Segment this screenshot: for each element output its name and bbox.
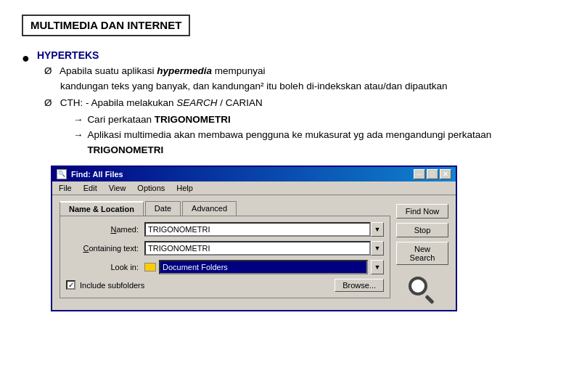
maximize-button[interactable]: □ <box>427 169 438 179</box>
minimize-button[interactable]: ─ <box>414 169 425 179</box>
arrow-item-1: Ø Apabila suatu aplikasi hypermedia memp… <box>44 64 544 94</box>
magnifier-circle <box>409 277 427 295</box>
named-input[interactable] <box>144 222 371 237</box>
tab-advanced[interactable]: Advanced <box>182 201 237 216</box>
folder-icon <box>144 263 156 271</box>
dialog-title: Find: All Files <box>71 170 123 179</box>
main-content: ● HYPERTEKS Ø Apabila suatu aplikasi hyp… <box>22 49 544 158</box>
form-row-lookin: Look in: Document Folders ▼ <box>66 260 384 274</box>
find-dialog: 🔍 Find: All Files ─ □ ✕ File Edit View O… <box>51 166 457 311</box>
search-italic: SEARCH <box>176 97 217 108</box>
arrow-text-1c: kandungan teks yang banyak, dan kandunga… <box>60 79 544 94</box>
tab-date[interactable]: Date <box>145 201 181 216</box>
text-block: HYPERTEKS Ø Apabila suatu aplikasi hyper… <box>37 49 544 158</box>
arrow-item-2: Ø CTH: - Apabila melakukan SEARCH / CARI… <box>44 96 544 111</box>
arrow-text-1b: mempunyai <box>212 65 266 76</box>
hypermedia-italic: hypermedia <box>157 65 212 76</box>
arrow-text-2a: CTH: - Apabila melakukan SEARCH / CARIAN <box>60 97 263 108</box>
menu-view[interactable]: View <box>107 183 128 193</box>
dialog-titlebar: 🔍 Find: All Files ─ □ ✕ <box>52 167 456 181</box>
sub-arrow-sym-1: → <box>73 113 83 128</box>
stop-button[interactable]: Stop <box>396 223 448 237</box>
close-button[interactable]: ✕ <box>440 169 451 179</box>
form-row-containing: Containing text: ▼ <box>66 241 384 256</box>
lookin-dropdown-btn[interactable]: ▼ <box>371 260 384 274</box>
bullet-point: ● <box>22 51 30 158</box>
magnifier-handle <box>424 294 434 303</box>
arrow-text-1a: Apabila suatu aplikasi <box>60 65 157 76</box>
tab-name-location[interactable]: Name & Location <box>60 201 144 216</box>
magnifier-icon <box>409 277 436 304</box>
named-label-text: N <box>110 225 116 234</box>
named-dropdown-btn[interactable]: ▼ <box>371 222 384 237</box>
titlebar-left: 🔍 Find: All Files <box>57 169 123 179</box>
lookin-select[interactable]: Document Folders <box>159 260 368 274</box>
dialog-right-buttons: Find Now Stop New Search <box>396 201 448 304</box>
sub-arrow-text-2: Aplikasi multimedia akan membawa penggun… <box>87 128 544 158</box>
dialog-left: Name & Location Date Advanced Named: ▼ <box>60 201 390 304</box>
menu-help[interactable]: Help <box>174 183 195 193</box>
containing-input-wrapper: ▼ <box>144 241 384 256</box>
menu-options[interactable]: Options <box>135 183 167 193</box>
menu-edit[interactable]: Edit <box>81 183 99 193</box>
form-row-named: Named: ▼ <box>66 222 384 237</box>
sub-arrow-2: → Aplikasi multimedia akan membawa pengg… <box>73 128 544 158</box>
include-subfolders-checkbox[interactable]: ✓ <box>66 280 75 290</box>
page-title: MULTIMEDIA DAN INTERNET <box>30 19 181 31</box>
arrow-prefix-1: Ø <box>44 65 57 76</box>
dialog-menubar: File Edit View Options Help <box>52 181 456 195</box>
named-label: Named: <box>66 225 139 234</box>
lookin-label: Look in: <box>66 263 139 271</box>
checkbox-row: ✓ Include subfolders Browse... <box>66 279 384 292</box>
tab-content: Named: ▼ Containing text: ▼ <box>60 216 390 298</box>
find-now-button[interactable]: Find Now <box>396 204 448 219</box>
sub-arrow-1: → Cari perkataan TRIGONOMETRI <box>73 113 544 128</box>
sub-arrow-text-1: Cari perkataan TRIGONOMETRI <box>87 113 230 128</box>
magnifier-area <box>396 277 448 304</box>
browse-button[interactable]: Browse... <box>335 279 384 292</box>
dialog-wrapper: 🔍 Find: All Files ─ □ ✕ File Edit View O… <box>51 166 457 311</box>
menu-file[interactable]: File <box>57 183 74 193</box>
lookin-input-wrapper: Document Folders ▼ <box>144 260 384 274</box>
titlebar-buttons: ─ □ ✕ <box>414 169 451 179</box>
tabs: Name & Location Date Advanced <box>60 201 390 216</box>
containing-input[interactable] <box>144 241 371 256</box>
named-input-wrapper: ▼ <box>144 222 384 237</box>
dialog-main: Name & Location Date Advanced Named: ▼ <box>60 201 448 304</box>
dialog-icon: 🔍 <box>57 169 67 179</box>
containing-dropdown-btn[interactable]: ▼ <box>371 241 384 256</box>
sub-arrow-sym-2: → <box>73 128 83 143</box>
arrow-prefix-2: Ø <box>44 97 57 108</box>
containing-label: Containing text: <box>66 244 139 253</box>
page-title-box: MULTIMEDIA DAN INTERNET <box>22 15 190 36</box>
containing-label-text: C <box>83 244 89 253</box>
include-subfolders-label: Include subfolders <box>80 281 144 290</box>
new-search-button[interactable]: New Search <box>396 242 448 265</box>
dialog-body: Name & Location Date Advanced Named: ▼ <box>52 195 456 310</box>
hyperteks-title: HYPERTEKS <box>37 49 544 61</box>
